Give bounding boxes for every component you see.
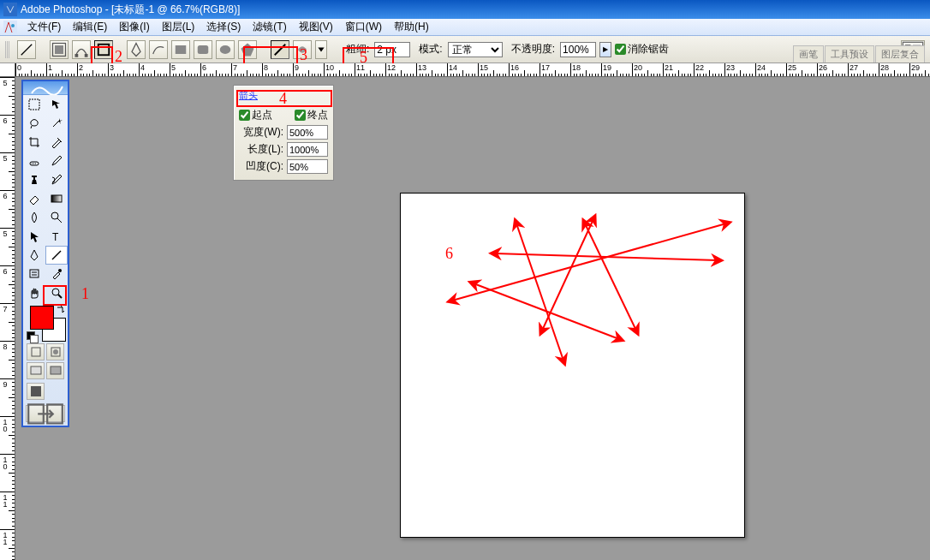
freeform-pen-icon[interactable] [149, 40, 168, 59]
svg-point-33 [58, 269, 62, 272]
weight-input[interactable] [374, 42, 410, 57]
arrow-width-input[interactable] [287, 125, 328, 140]
eraser-tool[interactable] [23, 189, 45, 208]
ruler-horizontal[interactable]: 0123456789101112131415161718192021222324… [15, 63, 930, 77]
blur-tool[interactable] [23, 208, 45, 227]
arrow-length-label: 长度(L): [247, 142, 283, 157]
ellipse-shape-icon[interactable] [216, 40, 235, 59]
swap-colors-button[interactable] [56, 304, 66, 314]
custom-shape-button[interactable] [293, 40, 312, 59]
svg-rect-10 [198, 45, 209, 54]
svg-rect-30 [30, 270, 39, 277]
zoom-tool[interactable] [45, 283, 68, 302]
svg-point-11 [220, 45, 231, 54]
mode-path-button[interactable] [72, 40, 91, 59]
svg-rect-40 [51, 366, 61, 374]
ruler-vertical[interactable]: 56565678910101111 [0, 77, 15, 560]
line-shape-button[interactable] [271, 40, 289, 59]
window-titlebar: Adobe Photoshop - [未标题-1 @ 66.7%(RGB/8)] [0, 0, 930, 19]
arrow-length-input[interactable] [287, 142, 328, 157]
hand-tool[interactable] [23, 283, 45, 302]
svg-rect-39 [31, 366, 41, 374]
palette-tab-brushes[interactable]: 画笔 [793, 45, 824, 63]
mode-fill-pixels-button[interactable] [94, 40, 113, 59]
rounded-rect-shape-icon[interactable] [194, 40, 212, 59]
svg-rect-6 [75, 54, 79, 57]
arrow-start-checkbox[interactable]: 起点 [239, 108, 272, 122]
menu-layer[interactable]: 图层(L) [158, 18, 199, 36]
arrow-concavity-input[interactable] [287, 159, 328, 174]
default-colors-button[interactable] [27, 331, 39, 343]
type-tool[interactable]: T [45, 227, 68, 246]
svg-marker-14 [318, 47, 324, 51]
current-tool-indicator[interactable] [17, 40, 36, 59]
shape-options-dropdown[interactable] [315, 40, 327, 59]
arrow-end-checkbox[interactable]: 终点 [295, 108, 328, 122]
svg-line-48 [542, 219, 593, 331]
polygon-shape-icon[interactable] [238, 40, 257, 59]
window-title: Adobe Photoshop - [未标题-1 @ 66.7%(RGB/8)] [21, 3, 240, 17]
blend-mode-select[interactable]: 正常 [448, 42, 503, 57]
line-tool[interactable] [45, 246, 68, 265]
menu-help[interactable]: 帮助(H) [390, 18, 432, 36]
screen-full-button[interactable] [27, 383, 45, 400]
menu-image[interactable]: 图像(I) [116, 18, 152, 36]
svg-line-44 [452, 223, 726, 301]
lasso-tool[interactable] [23, 114, 45, 133]
move-tool[interactable] [45, 95, 68, 114]
palette-tab-tool-presets[interactable]: 工具预设 [825, 45, 874, 63]
svg-point-34 [52, 289, 59, 295]
standard-mode-button[interactable] [27, 343, 45, 360]
antialias-checkbox[interactable]: 消除锯齿 [615, 42, 669, 57]
crop-tool[interactable] [23, 133, 45, 152]
options-grip[interactable] [5, 41, 10, 58]
rectangle-shape-icon[interactable] [171, 40, 190, 59]
menu-filter[interactable]: 滤镜(T) [249, 18, 289, 36]
slice-tool[interactable] [45, 133, 68, 152]
healing-brush-tool[interactable] [23, 152, 45, 170]
opacity-flyout-button[interactable]: ▶ [599, 42, 611, 57]
marquee-tool[interactable] [23, 95, 45, 114]
svg-line-49 [585, 223, 636, 331]
arrow-width-label: 宽度(W): [243, 125, 283, 140]
gradient-tool[interactable] [45, 189, 68, 208]
svg-line-29 [52, 251, 61, 259]
screen-standard-button[interactable] [27, 362, 45, 379]
document-canvas[interactable] [400, 193, 745, 538]
svg-line-3 [21, 44, 33, 55]
svg-rect-8 [98, 44, 110, 55]
toolbox[interactable]: T [21, 80, 69, 427]
quickmask-mode-button[interactable] [46, 343, 64, 360]
magic-wand-tool[interactable] [45, 114, 68, 133]
mode-shape-layer-button[interactable] [50, 40, 69, 59]
notes-tool[interactable] [23, 265, 45, 283]
svg-rect-5 [55, 45, 63, 54]
line-options-popup: 箭头 起点 终点 宽度(W): 长度(L): 凹度(C): [233, 85, 334, 181]
pen-tool-icon[interactable] [127, 40, 146, 59]
menu-view[interactable]: 视图(V) [295, 18, 337, 36]
clone-stamp-tool[interactable] [23, 170, 45, 189]
jump-to-imageready-button[interactable] [26, 405, 65, 422]
path-select-tool[interactable] [23, 227, 45, 246]
opacity-input[interactable] [560, 42, 596, 57]
menu-edit[interactable]: 编辑(E) [69, 18, 110, 36]
arrow-concavity-label: 凹度(C): [246, 159, 283, 174]
screen-full-menu-button[interactable] [46, 362, 64, 379]
foreground-color-swatch[interactable] [30, 306, 54, 330]
toolbox-header[interactable] [23, 81, 68, 95]
ps-menu-icon[interactable] [3, 21, 17, 34]
pen-tool[interactable] [23, 246, 45, 265]
svg-point-38 [53, 349, 58, 354]
svg-rect-24 [32, 176, 37, 177]
history-brush-tool[interactable] [45, 170, 68, 189]
brush-tool[interactable] [45, 152, 68, 170]
palette-tab-layer-comps[interactable]: 图层复合 [875, 45, 925, 63]
palette-well: 画笔 工具预设 图层复合 [792, 47, 925, 63]
ruler-corner [0, 63, 15, 77]
eyedropper-tool[interactable] [45, 265, 68, 283]
app-icon [3, 3, 17, 16]
menu-window[interactable]: 窗口(W) [342, 18, 385, 36]
dodge-tool[interactable] [45, 208, 68, 227]
menu-file[interactable]: 文件(F) [24, 18, 64, 36]
menu-select[interactable]: 选择(S) [203, 18, 244, 36]
